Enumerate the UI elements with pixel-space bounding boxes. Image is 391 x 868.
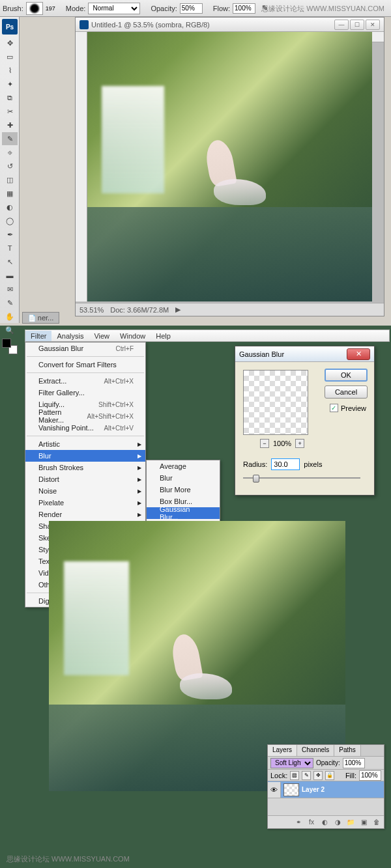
lock-position-icon[interactable]: ✥ xyxy=(313,771,323,780)
folder-icon[interactable]: 📁 xyxy=(346,818,355,827)
dd-noise[interactable]: Noise▶ xyxy=(25,485,145,497)
document-window: Untitled-1 @ 53.5% (sombra, RGB/8) — ☐ ✕… xyxy=(75,17,384,316)
lasso-tool-icon[interactable]: ⌇ xyxy=(2,64,18,77)
zoom-value[interactable]: 53.51% xyxy=(80,306,104,314)
dd-brush-strokes[interactable]: Brush Strokes▶ xyxy=(25,462,145,473)
minimize-button[interactable]: — xyxy=(334,20,349,30)
toolbox: Ps ✥ ▭ ⌇ ✦ ⧉ ✂ ✚ ✎ ⎆ ↺ ◫ ▦ ◐ ◯ ✒ T ↖ ▬ ✉… xyxy=(0,17,20,323)
layer-name[interactable]: Layer 2 xyxy=(302,786,325,793)
tab-paths[interactable]: Paths xyxy=(334,745,361,756)
fx-icon[interactable]: fx xyxy=(307,818,316,827)
tab-channels[interactable]: Channels xyxy=(297,745,334,756)
doc-icon xyxy=(80,20,89,29)
fill-input[interactable] xyxy=(359,770,381,781)
fill-label: Fill: xyxy=(345,772,356,779)
sub-blur-more[interactable]: Blur More xyxy=(147,484,220,496)
eyedropper-tool-icon[interactable]: ✎ xyxy=(2,296,18,309)
new-layer-icon[interactable]: ▣ xyxy=(359,818,368,827)
blur-tool-icon[interactable]: ◐ xyxy=(2,201,18,214)
type-tool-icon[interactable]: T xyxy=(2,242,18,255)
canvas[interactable] xyxy=(87,32,372,301)
dd-artistic[interactable]: Artistic▶ xyxy=(25,438,145,450)
brush-tool-icon[interactable]: ✎ xyxy=(2,132,18,145)
lock-pixels-icon[interactable]: ✎ xyxy=(302,771,311,780)
status-arrow-icon[interactable]: ▶ xyxy=(175,305,181,314)
watermark-bottom: 思缘设计论坛 WWW.MISSYUAN.COM xyxy=(7,854,130,864)
dialog-close-button[interactable]: ✕ xyxy=(347,348,370,360)
lock-all-icon[interactable]: 🔒 xyxy=(325,771,334,780)
link-icon[interactable]: ⚭ xyxy=(294,818,303,827)
move-tool-icon[interactable]: ✥ xyxy=(2,36,18,49)
pen-tool-icon[interactable]: ✒ xyxy=(2,228,18,241)
menu-filter[interactable]: Filter xyxy=(25,331,51,341)
visibility-eye-icon[interactable]: 👁 xyxy=(268,782,281,798)
layer-opacity-input[interactable] xyxy=(343,758,365,768)
flow-label: Flow: xyxy=(213,5,230,12)
vertical-ruler xyxy=(76,32,87,301)
shape-tool-icon[interactable]: ▬ xyxy=(2,269,18,282)
heal-tool-icon[interactable]: ✚ xyxy=(2,119,18,132)
radius-slider[interactable] xyxy=(243,473,360,483)
cancel-button[interactable]: Cancel xyxy=(325,385,368,399)
hand-tool-icon[interactable]: ✋ xyxy=(2,310,18,323)
doc-tab[interactable]: 📄 ner... xyxy=(22,312,59,324)
radius-input[interactable] xyxy=(271,458,300,470)
path-tool-icon[interactable]: ↖ xyxy=(2,255,18,268)
dd-pixelate[interactable]: Pixelate▶ xyxy=(25,497,145,509)
blend-mode-select[interactable]: Normal xyxy=(88,3,140,14)
ps-logo-icon: Ps xyxy=(2,19,18,35)
lock-transparency-icon[interactable]: ▨ xyxy=(290,771,299,780)
eraser-tool-icon[interactable]: ◫ xyxy=(2,173,18,186)
marquee-tool-icon[interactable]: ▭ xyxy=(2,50,18,63)
zoom-tool-icon[interactable]: 🔍 xyxy=(2,324,18,337)
flow-input[interactable] xyxy=(233,3,255,14)
dd-last-filter[interactable]: Gaussian BlurCtrl+F xyxy=(25,343,145,354)
zoom-in-button[interactable]: + xyxy=(295,439,304,448)
dd-convert-smart[interactable]: Convert for Smart Filters xyxy=(25,359,145,371)
dialog-title-text: Gaussian Blur xyxy=(239,350,284,358)
zoom-out-button[interactable]: − xyxy=(260,439,269,448)
color-swatches[interactable] xyxy=(2,339,18,354)
trash-icon[interactable]: 🗑 xyxy=(372,818,381,827)
wand-tool-icon[interactable]: ✦ xyxy=(2,77,18,91)
sub-blur[interactable]: Blur xyxy=(147,472,220,484)
slider-thumb[interactable] xyxy=(253,475,259,483)
menu-window[interactable]: Window xyxy=(115,331,151,341)
close-button[interactable]: ✕ xyxy=(366,20,380,30)
result-figure xyxy=(173,634,212,693)
stamp-tool-icon[interactable]: ⎆ xyxy=(2,146,18,159)
adjustment-icon[interactable]: ◑ xyxy=(333,818,342,827)
preview-thumbnail[interactable] xyxy=(243,370,308,435)
tab-layers[interactable]: Layers xyxy=(268,745,297,756)
slice-tool-icon[interactable]: ✂ xyxy=(2,105,18,118)
dd-blur[interactable]: Blur▶ xyxy=(25,450,145,462)
history-brush-icon[interactable]: ↺ xyxy=(2,160,18,173)
dodge-tool-icon[interactable]: ◯ xyxy=(2,214,18,227)
radius-label: Radius: xyxy=(243,460,267,468)
notes-tool-icon[interactable]: ✉ xyxy=(2,283,18,296)
dd-vanishing-point[interactable]: Vanishing Point...Alt+Ctrl+V xyxy=(25,422,145,434)
artwork-figure xyxy=(207,140,246,199)
layer-thumbnail[interactable] xyxy=(283,783,299,796)
layer-row[interactable]: 👁 Layer 2 xyxy=(268,781,384,798)
mask-icon[interactable]: ◐ xyxy=(320,818,329,827)
opacity-input[interactable] xyxy=(180,3,203,14)
maximize-button[interactable]: ☐ xyxy=(350,20,364,30)
preview-checkbox[interactable]: ✓ xyxy=(330,404,338,412)
menu-view[interactable]: View xyxy=(89,331,115,341)
ok-button[interactable]: OK xyxy=(325,369,368,382)
dd-distort[interactable]: Distort▶ xyxy=(25,473,145,485)
sub-gaussian-blur[interactable]: Gaussian Blur... xyxy=(147,507,220,519)
brush-preview[interactable] xyxy=(26,2,43,15)
dd-filter-gallery[interactable]: Filter Gallery... xyxy=(25,387,145,399)
brush-size: 197 xyxy=(46,5,55,12)
menu-analysis[interactable]: Analysis xyxy=(51,331,89,341)
menu-help[interactable]: Help xyxy=(151,331,176,341)
dd-extract[interactable]: Extract...Alt+Ctrl+X xyxy=(25,375,145,387)
blend-mode-select[interactable]: Soft Light xyxy=(270,758,313,768)
dd-pattern-maker[interactable]: Pattern Maker...Alt+Shift+Ctrl+X xyxy=(25,410,145,422)
dd-render[interactable]: Render▶ xyxy=(25,509,145,520)
crop-tool-icon[interactable]: ⧉ xyxy=(2,91,18,104)
gradient-tool-icon[interactable]: ▦ xyxy=(2,187,18,200)
sub-average[interactable]: Average xyxy=(147,460,220,472)
